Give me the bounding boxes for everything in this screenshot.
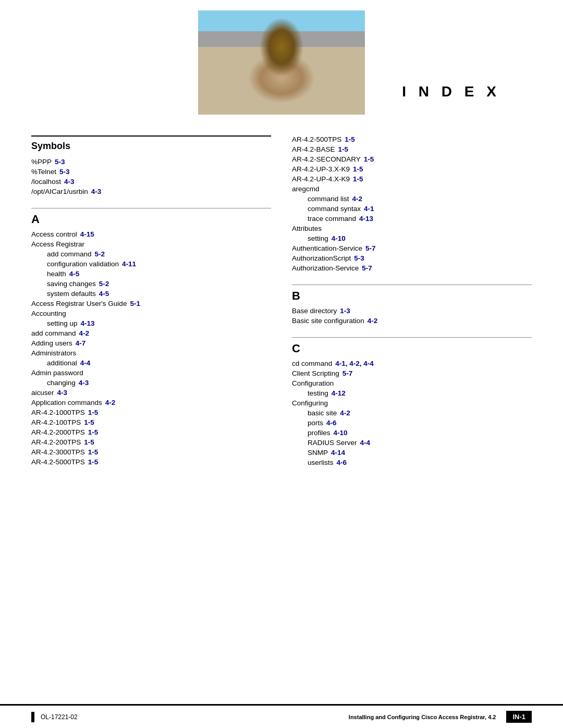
list-item: system defaults 4-5: [31, 290, 271, 298]
list-item: AR-4.2-2000TPS 1-5: [31, 428, 271, 436]
list-item: AR-4.2-UP-3.X-K9 1-5: [292, 165, 532, 173]
list-item: AR-4.2-3000TPS 1-5: [31, 448, 271, 456]
footer: OL-17221-02 Installing and Configuring C…: [0, 704, 563, 728]
list-item: AuthorizationScript 5-3: [292, 254, 532, 262]
c-section-entries: cd command 4-1, 4-2, 4-4 Client Scriptin…: [292, 360, 532, 466]
symbols-title: Symbols: [31, 141, 271, 152]
list-item: Attributes: [292, 225, 532, 232]
list-item: saving changes 5-2: [31, 280, 271, 288]
list-item: command syntax 4-1: [292, 205, 532, 213]
list-item: SNMP 4-14: [292, 449, 532, 456]
list-item: Client Scripting 5-7: [292, 369, 532, 377]
list-item: setting 4-10: [292, 235, 532, 242]
symbols-section-header: Symbols: [31, 135, 271, 152]
list-item: Configuration: [292, 379, 532, 387]
list-item: setting up 4-13: [31, 319, 271, 327]
list-item: Access control 4-15: [31, 230, 271, 238]
left-column: Symbols %PPP 5-3 %Telnet 5-3 /localhost …: [31, 135, 271, 468]
list-item: AR-4.2-1000TPS 1-5: [31, 409, 271, 416]
right-top-entries: AR-4.2-500TPS 1-5 AR-4.2-BASE 1-5 AR-4.2…: [292, 135, 532, 272]
list-item: Authentication-Service 5-7: [292, 244, 532, 252]
list-item: Application commands 4-2: [31, 399, 271, 406]
list-item: %Telnet 5-3: [31, 168, 271, 176]
list-item: /opt/AICar1/usrbin 4-3: [31, 188, 271, 195]
a-section-entries: Access control 4-15 Access Registrar add…: [31, 230, 271, 466]
footer-page-number: IN-1: [506, 711, 532, 723]
list-item: userlists 4-6: [292, 459, 532, 466]
list-item: changing 4-3: [31, 379, 271, 387]
index-title: I N D E X: [402, 83, 500, 100]
list-item: AR-4.2-500TPS 1-5: [292, 135, 532, 143]
adding-users-entry: Adding users 4-7: [31, 339, 271, 347]
list-item: AR-4.2-UP-4.X-K9 1-5: [292, 175, 532, 183]
list-item: /localhost 4-3: [31, 178, 271, 186]
command-list-entry: command list 4-2: [292, 195, 532, 203]
header-image: [198, 10, 365, 115]
list-item: Configuring: [292, 399, 532, 407]
right-column: AR-4.2-500TPS 1-5 AR-4.2-BASE 1-5 AR-4.2…: [292, 135, 532, 468]
list-item: additional 4-4: [31, 359, 271, 367]
a-section-header: A: [31, 208, 271, 226]
list-item: aicuser 4-3: [31, 389, 271, 397]
list-item: Access Registrar: [31, 240, 271, 248]
footer-right: Installing and Configuring Cisco Access …: [349, 711, 532, 723]
list-item: Admin password: [31, 369, 271, 377]
list-item: basic site 4-2: [292, 409, 532, 417]
list-item: profiles 4-10: [292, 429, 532, 437]
list-item: health 4-5: [31, 270, 271, 278]
list-item: AR-4.2-100TPS 1-5: [31, 418, 271, 426]
list-item: Base directory 1-3: [292, 307, 532, 315]
footer-title-text: Installing and Configuring Cisco Access …: [349, 714, 496, 720]
footer-bar-icon: [31, 712, 34, 722]
list-item: trace command 4-13: [292, 215, 532, 223]
symbols-entries: %PPP 5-3 %Telnet 5-3 /localhost 4-3 /opt…: [31, 158, 271, 195]
list-item: AR-4.2-200TPS 1-5: [31, 438, 271, 446]
list-item: aregcmd: [292, 185, 532, 193]
list-item: testing 4-12: [292, 389, 532, 397]
list-item: AR-4.2-5000TPS 1-5: [31, 458, 271, 466]
list-item: %PPP 5-3: [31, 158, 271, 166]
list-item: ports 4-6: [292, 419, 532, 427]
list-item: add command 4-2: [31, 329, 271, 337]
list-item: AR-4.2-SECONDARY 1-5: [292, 155, 532, 163]
b-section-header: B: [292, 285, 532, 303]
list-item: Authorization-Service 5-7: [292, 264, 532, 272]
b-section-entries: Base directory 1-3 Basic site configurat…: [292, 307, 532, 325]
list-item: add command 5-2: [31, 250, 271, 258]
list-item: AR-4.2-BASE 1-5: [292, 145, 532, 153]
list-item: Basic site configuration 4-2: [292, 317, 532, 325]
c-section-header: C: [292, 337, 532, 355]
list-item: Access Registrar User's Guide 5-1: [31, 300, 271, 307]
list-item: cd command 4-1, 4-2, 4-4: [292, 360, 532, 367]
list-item: Administrators: [31, 349, 271, 357]
list-item: configuration validation 4-11: [31, 260, 271, 268]
list-item: RADIUS Server 4-4: [292, 439, 532, 447]
page: I N D E X Symbols %PPP 5-3 %Telnet 5-3 /…: [0, 0, 563, 728]
footer-doc-number: OL-17221-02: [41, 713, 78, 721]
list-item: Accounting: [31, 310, 271, 317]
footer-left: OL-17221-02: [31, 712, 78, 722]
